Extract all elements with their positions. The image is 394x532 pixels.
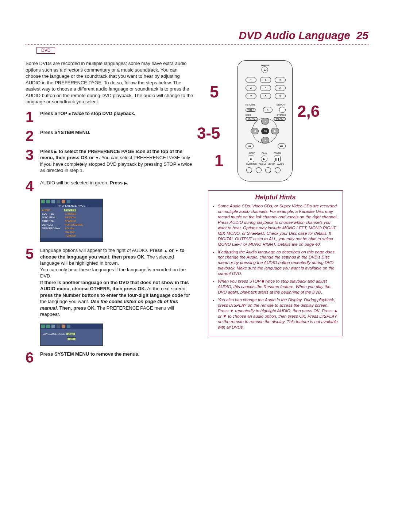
osd-row: MP3/JPEG NAVPOLISH	[41, 226, 102, 230]
hint-item: Some Audio CDs, Video CDs, or Super Vide…	[218, 203, 338, 247]
step-number: 6	[26, 351, 40, 364]
step-body: Press to select the PREFERENCE PAGE icon…	[40, 148, 193, 174]
num-7: 7	[246, 93, 256, 99]
step-number: 2	[26, 129, 40, 142]
page-number: 25	[356, 29, 368, 41]
down-arrow-icon	[175, 248, 179, 253]
osd-row: PARENTALSPANISH	[41, 219, 102, 223]
step-body: Press SYSTEM MENU.	[40, 129, 90, 136]
power-button: ⏻	[262, 66, 268, 73]
num-8: 8	[260, 93, 271, 99]
step2-text: Press SYSTEM MENU.	[40, 130, 90, 135]
step-number: 5	[26, 247, 40, 260]
step-3: 3 Press to select the PREFERENCE PAGE ic…	[26, 148, 193, 174]
subtitle-label: SUBTITLE	[246, 163, 257, 165]
callout-35: 3-5	[197, 124, 220, 142]
page-title: DVD Audio Language	[239, 29, 350, 41]
zoom-button	[265, 167, 271, 173]
remote-diagram: 5 3-5 1 2,6 POWER ⏻ 123456789 RETURN DIS…	[208, 60, 343, 188]
right-arrow-icon	[124, 180, 127, 185]
callout-1: 1	[215, 152, 223, 170]
right-arrow-icon	[54, 149, 57, 154]
ok-button: OK	[261, 128, 269, 134]
step-5: 5 Language options will appear to the ri…	[26, 247, 193, 318]
pause-button: ❚❚	[274, 156, 281, 162]
step4-b2: .	[127, 180, 128, 185]
osd-row: DISC MENUFRENCH	[41, 215, 102, 219]
step5-b2: or	[167, 248, 175, 253]
step-2: 2 Press SYSTEM MENU.	[26, 129, 193, 142]
dpad-down: ▼	[261, 137, 269, 143]
step3-b3: .	[99, 155, 100, 160]
hints-list: Some Audio CDs, Video CDs, or Super Vide…	[213, 203, 338, 330]
subtitle-button	[246, 167, 252, 173]
disc-menu-button: MENU	[246, 117, 258, 121]
osd2-value: 0503	[66, 333, 75, 335]
stop-label: STOP	[249, 152, 255, 154]
step4-b1: Press	[110, 180, 124, 185]
next-button: ⏭	[278, 143, 286, 149]
step5-t4: At the next screen,	[147, 286, 186, 291]
up-arrow-icon	[164, 248, 167, 253]
step3-b1: Press	[40, 149, 54, 154]
step5-b6: Then, press OK.	[58, 305, 96, 311]
hint-item: If adjusting the Audio language as descr…	[218, 249, 338, 277]
power-label: POWER	[261, 64, 269, 66]
system-menu-button: MENU	[274, 117, 286, 121]
osd-preference-page: - - PREFERENCE PAGE - - AUDIOENGLISHSUBT…	[40, 199, 103, 242]
play-label: PLAY	[262, 152, 267, 154]
num-1: 1	[246, 77, 256, 83]
step-number: 3	[26, 148, 40, 161]
dpad-up: ▲	[261, 118, 269, 125]
page-header: DVD Audio Language 25	[26, 29, 368, 42]
step4-t1: AUDIO will be selected in green.	[40, 180, 110, 185]
dpad-left: ◀	[251, 128, 259, 134]
step-body: Language options will appear to the righ…	[40, 247, 193, 318]
osd-row: ITALIAN	[41, 230, 102, 234]
callout-5: 5	[210, 83, 219, 101]
dpad-right: ▶	[271, 128, 279, 134]
step-body: AUDIO will be selected in green. Press .	[40, 180, 128, 186]
num-4: 4	[246, 85, 256, 91]
osd-row: SUBTITLECHINESE	[41, 212, 102, 215]
down-arrow-icon	[95, 155, 99, 160]
return-label: RETURN	[246, 104, 255, 106]
intro-paragraph: Some DVDs are recorded in multiple langu…	[26, 60, 193, 105]
step1-text2: to stop DVD playback.	[84, 111, 135, 116]
angle-label: ANGLE	[259, 163, 266, 165]
hint-item: When you press STOP ■ twice to stop play…	[218, 279, 338, 295]
step5-t3: You can only hear these languages if the…	[40, 267, 186, 279]
step6-b1: Press SYSTEM MENU to remove the menus.	[40, 351, 139, 357]
osd-row: TURKISH	[41, 234, 102, 237]
num-0: 0	[263, 107, 273, 113]
hints-title: Helpful Hints	[213, 194, 338, 201]
hint-item: You also can change the Audio in the Dis…	[218, 297, 338, 330]
osd2-label: LANGUAGE CODE	[43, 333, 65, 335]
step-body: Press SYSTEM MENU to remove the menus.	[40, 351, 139, 357]
osd-row: DEFAULTPORTUGUESE	[41, 223, 102, 226]
stop-button: ■	[248, 156, 254, 162]
step1-italic: twice	[72, 111, 84, 116]
audio-label: AUDIO	[277, 163, 284, 165]
pause-label: PAUSE	[274, 152, 281, 154]
osd-row: AUDIOENGLISH	[41, 208, 102, 212]
num-5: 5	[260, 85, 271, 91]
disc-label: DISC	[246, 114, 251, 116]
num-3: 3	[275, 77, 286, 83]
num-9: 9	[275, 93, 286, 99]
step-number: 1	[26, 110, 40, 123]
step-body: Press STOP twice to stop DVD playback.	[40, 110, 135, 117]
num-2: 2	[260, 77, 271, 83]
step5-t1: Language options will appear to the righ…	[40, 248, 150, 253]
angle-button	[256, 167, 262, 173]
display-label: DISPLAY	[277, 104, 286, 106]
audio-button	[275, 167, 281, 173]
step-1: 1 Press STOP twice to stop DVD playback.	[26, 110, 193, 123]
system-label: SYSTEM	[277, 114, 286, 116]
display-button	[279, 107, 286, 113]
helpful-hints-box: Helpful Hints Some Audio CDs, Video CDs,…	[208, 190, 343, 336]
osd-header: - - PREFERENCE PAGE - -	[40, 204, 103, 207]
play-button: ▶	[261, 156, 267, 162]
step-6: 6 Press SYSTEM MENU to remove the menus.	[26, 351, 193, 364]
step1-text1: Press STOP	[40, 111, 69, 116]
